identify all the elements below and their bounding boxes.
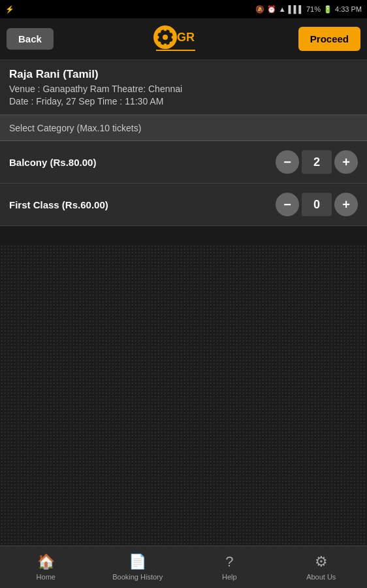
back-button[interactable]: Back [7, 28, 54, 50]
firstclass-increment-button[interactable]: + [334, 193, 358, 216]
nav-item-help[interactable]: ? Help [184, 553, 276, 581]
time-display: 4:33 PM [335, 5, 362, 13]
movie-datetime: Date : Friday, 27 Sep Time : 11:30 AM [9, 96, 358, 106]
about-us-icon: ⚙ [315, 553, 328, 570]
balcony-label: Balcony (Rs.80.00) [9, 157, 96, 168]
svg-point-8 [170, 41, 173, 44]
svg-point-4 [172, 35, 175, 39]
firstclass-count: 0 [302, 193, 332, 216]
balcony-decrement-button[interactable]: − [276, 150, 299, 174]
svg-point-5 [164, 43, 167, 46]
nav-item-about-us[interactable]: ⚙ About Us [276, 553, 368, 581]
battery-percent: 71% [306, 5, 321, 13]
nav-bar: Back GR Proceed [0, 18, 367, 60]
help-label: Help [222, 573, 237, 581]
logo-area: GR [150, 23, 202, 56]
status-bar: ⚡ 🔕 ⏰ ▲ ▌▌▌ 71% 🔋 4:33 PM [0, 0, 367, 18]
balcony-increment-button[interactable]: + [334, 150, 358, 174]
svg-point-3 [164, 27, 167, 31]
about-us-label: About Us [306, 573, 336, 581]
ticket-row-firstclass: First Class (Rs.60.00) − 0 + [0, 184, 367, 226]
signal-icon: ▌▌▌ [289, 5, 304, 13]
home-icon: 🏠 [37, 553, 55, 570]
svg-point-9 [158, 29, 161, 33]
main-content-area [0, 244, 367, 546]
help-icon: ? [225, 553, 233, 570]
alarm-icon: ⏰ [267, 5, 276, 14]
home-label: Home [37, 573, 56, 581]
category-header: Select Category (Max.10 tickets) [0, 116, 367, 141]
app-logo: GR [150, 23, 202, 56]
booking-history-icon: 📄 [129, 553, 146, 570]
nav-item-home[interactable]: 🏠 Home [0, 553, 92, 581]
svg-point-10 [158, 41, 161, 44]
firstclass-label: First Class (Rs.60.00) [9, 199, 108, 210]
balcony-controls: − 2 + [276, 150, 358, 174]
svg-point-6 [156, 35, 159, 39]
proceed-button[interactable]: Proceed [298, 27, 360, 51]
balcony-count: 2 [302, 150, 332, 174]
ticket-row-balcony: Balcony (Rs.80.00) − 2 + [0, 141, 367, 184]
svg-text:GR: GR [177, 31, 195, 44]
firstclass-controls: − 0 + [276, 193, 358, 216]
movie-title: Raja Rani (Tamil) [9, 68, 358, 81]
mute-icon: 🔕 [255, 5, 264, 14]
svg-point-2 [163, 35, 168, 40]
ticket-section: Balcony (Rs.80.00) − 2 + First Class (Rs… [0, 141, 367, 226]
battery-icon: 🔋 [323, 5, 332, 14]
category-header-text: Select Category (Max.10 tickets) [9, 123, 141, 133]
wifi-icon: ▲ [279, 5, 286, 13]
status-left-icons: ⚡ [5, 5, 14, 14]
firstclass-decrement-button[interactable]: − [276, 193, 299, 216]
svg-point-7 [170, 29, 173, 33]
usb-icon: ⚡ [5, 5, 14, 14]
bottom-nav: 🏠 Home 📄 Booking History ? Help ⚙ About … [0, 546, 367, 588]
nav-item-booking-history[interactable]: 📄 Booking History [92, 553, 184, 581]
movie-info-section: Raja Rani (Tamil) Venue : Ganapathy Ram … [0, 60, 367, 116]
status-right-info: 🔕 ⏰ ▲ ▌▌▌ 71% 🔋 4:33 PM [255, 5, 362, 14]
movie-venue: Venue : Ganapathy Ram Theatre: Chennai [9, 84, 358, 94]
booking-history-label: Booking History [112, 573, 163, 581]
